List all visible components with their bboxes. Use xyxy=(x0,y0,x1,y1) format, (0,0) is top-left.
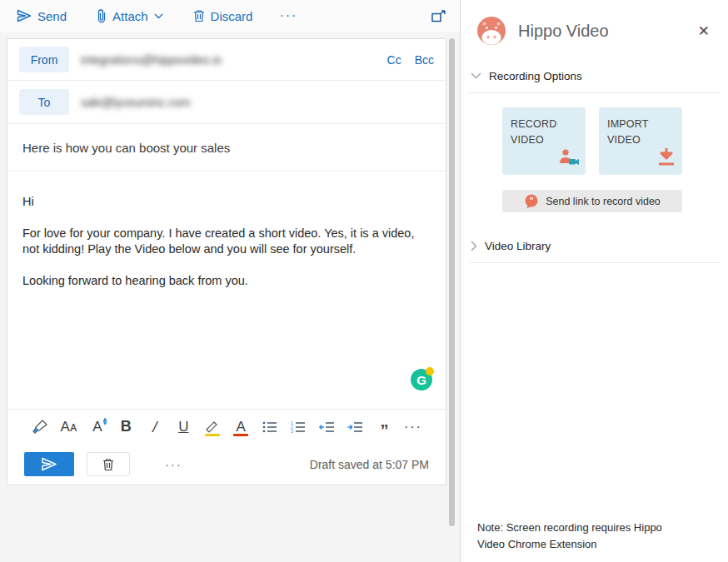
toolbar-more-button[interactable]: ··· xyxy=(279,8,297,23)
bullet-list-icon[interactable] xyxy=(259,416,281,438)
send-button[interactable] xyxy=(24,452,74,476)
recording-cards: RECORD VIDEO IMPORT VIDEO xyxy=(461,93,728,175)
format-painter-icon[interactable] xyxy=(29,416,51,438)
record-video-card[interactable]: RECORD VIDEO xyxy=(502,107,586,175)
compose-card: From integrations@hippovideo.io Cc Bcc T… xyxy=(7,38,446,485)
vertical-scrollbar[interactable] xyxy=(449,38,455,526)
send-menu-button[interactable]: Send xyxy=(17,9,67,23)
hippo-video-panel: Hippo Video ✕ Recording Options RECORD V… xyxy=(461,0,728,562)
hippo-video-logo-icon xyxy=(477,17,506,45)
underline-icon[interactable]: U xyxy=(172,416,194,438)
highlight-icon[interactable] xyxy=(202,416,223,438)
from-address: integrations@hippovideo.io xyxy=(81,53,222,67)
delete-draft-button[interactable] xyxy=(87,452,130,476)
body-greeting: Hi xyxy=(22,194,431,210)
recording-options-label: Recording Options xyxy=(489,70,582,82)
italic-icon[interactable]: / xyxy=(144,416,166,438)
cc-button[interactable]: Cc xyxy=(387,53,401,67)
attach-button[interactable]: Attach xyxy=(97,9,163,23)
formatting-toolbar: Aᴀ A ▲▼ B / U A 123 xyxy=(7,409,446,444)
video-library-label: Video Library xyxy=(485,240,551,252)
chevron-down-icon xyxy=(154,13,163,19)
from-row: From integrations@hippovideo.io Cc Bcc xyxy=(7,39,446,81)
import-video-card[interactable]: IMPORT VIDEO xyxy=(599,107,682,175)
increase-indent-icon[interactable] xyxy=(345,416,366,438)
send-link-button[interactable]: ” Send link to record video xyxy=(502,190,682,212)
speech-bubble-icon: ” xyxy=(524,194,539,209)
body-paragraph: For love for your company. I have create… xyxy=(22,226,431,257)
download-icon xyxy=(657,147,676,169)
subject-input[interactable]: Here is how you can boost your sales xyxy=(7,124,446,172)
discard-button[interactable]: Discard xyxy=(193,9,253,23)
numbered-list-icon[interactable]: 123 xyxy=(287,416,309,438)
close-icon[interactable]: ✕ xyxy=(698,22,710,40)
send-link-label: Send link to record video xyxy=(546,196,661,207)
format-more-icon[interactable]: ··· xyxy=(402,416,424,438)
quote-icon[interactable]: ” xyxy=(373,416,395,438)
svg-text:3: 3 xyxy=(291,429,293,433)
recording-options-header[interactable]: Recording Options xyxy=(461,62,728,90)
svg-text:”: ” xyxy=(530,196,534,205)
compose-pane: Send Attach Discard ··· From integration… xyxy=(0,0,461,562)
font-size-icon[interactable]: A ▲▼ xyxy=(87,416,108,438)
chevron-down-icon xyxy=(471,72,481,79)
video-library-header[interactable]: Video Library xyxy=(461,231,728,260)
chevron-right-icon xyxy=(471,241,477,251)
popout-icon[interactable] xyxy=(431,10,446,22)
panel-title: Hippo Video xyxy=(518,22,609,41)
compose-action-bar: ··· Draft saved at 5:07 PM xyxy=(7,444,446,485)
to-button[interactable]: To xyxy=(19,89,69,115)
compose-toolbar: Send Attach Discard ··· xyxy=(0,0,460,32)
draft-saved-status: Draft saved at 5:07 PM xyxy=(310,458,429,471)
section-divider xyxy=(469,262,720,263)
message-body[interactable]: Hi For love for your company. I have cre… xyxy=(7,172,446,409)
panel-header: Hippo Video ✕ xyxy=(461,0,728,62)
import-video-label: IMPORT VIDEO xyxy=(607,117,653,149)
actionbar-more-button[interactable]: ··· xyxy=(165,457,182,471)
grammarly-status-dot xyxy=(426,367,434,375)
from-button[interactable]: From xyxy=(19,47,69,72)
bold-icon[interactable]: B xyxy=(115,416,137,438)
bcc-button[interactable]: Bcc xyxy=(415,53,434,67)
attach-label: Attach xyxy=(112,9,148,23)
send-plane-icon xyxy=(17,9,32,22)
record-video-label: RECORD VIDEO xyxy=(511,117,556,149)
font-color-icon[interactable]: A xyxy=(230,416,252,438)
discard-label: Discard xyxy=(211,9,253,23)
font-icon[interactable]: Aᴀ xyxy=(57,416,79,438)
person-camera-icon xyxy=(557,148,579,169)
extension-note: Note: Screen recording requires Hippo Vi… xyxy=(477,520,692,553)
grammarly-icon[interactable]: G xyxy=(411,369,432,390)
trash-icon xyxy=(193,9,205,22)
to-address: saki@lyceuminc.com xyxy=(81,96,191,109)
decrease-indent-icon[interactable] xyxy=(317,416,338,438)
send-label: Send xyxy=(37,9,67,23)
to-row: To saki@lyceuminc.com xyxy=(7,81,446,124)
body-paragraph: Looking forward to hearing back from you… xyxy=(22,273,431,289)
paperclip-icon xyxy=(97,9,107,23)
